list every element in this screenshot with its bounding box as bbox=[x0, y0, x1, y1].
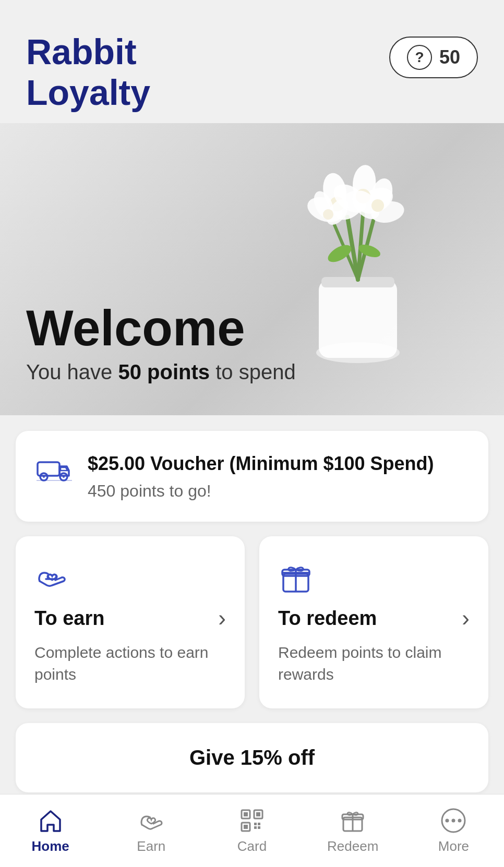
earn-chevron: › bbox=[218, 605, 226, 631]
app-logo: Rabbit Loyalty bbox=[26, 31, 150, 113]
redeem-icon bbox=[278, 559, 314, 595]
svg-point-26 bbox=[43, 476, 45, 478]
redeem-nav-icon bbox=[339, 807, 366, 834]
redeem-description: Redeem points to claim rewards bbox=[278, 642, 470, 685]
nav-label-more: More bbox=[438, 838, 469, 854]
truck-icon-wrapper bbox=[37, 455, 72, 484]
svg-rect-39 bbox=[244, 825, 248, 829]
svg-rect-40 bbox=[254, 823, 257, 825]
redeem-title: To redeem bbox=[278, 607, 377, 630]
header: Rabbit Loyalty ? 50 bbox=[0, 0, 504, 123]
nav-item-redeem[interactable]: Redeem bbox=[303, 794, 403, 867]
svg-rect-35 bbox=[244, 812, 248, 816]
nav-item-home[interactable]: Home bbox=[0, 794, 101, 867]
svg-rect-41 bbox=[258, 823, 260, 825]
earn-title: To earn bbox=[34, 607, 104, 630]
redeem-chevron: › bbox=[462, 605, 470, 631]
svg-rect-43 bbox=[258, 826, 260, 829]
earn-icon bbox=[34, 559, 70, 595]
nav-item-card[interactable]: Card bbox=[201, 794, 302, 867]
truck-icon bbox=[37, 455, 72, 482]
nav-label-redeem: Redeem bbox=[327, 838, 378, 854]
give-title: Give 15% off bbox=[34, 746, 470, 769]
voucher-info: $25.00 Voucher (Minimum $100 Spend) 450 … bbox=[88, 452, 467, 501]
more-icon bbox=[440, 807, 467, 834]
phone-container: Rabbit Loyalty ? 50 bbox=[0, 0, 504, 867]
points-count: 50 bbox=[439, 46, 460, 68]
svg-rect-42 bbox=[254, 826, 257, 829]
nav-item-earn[interactable]: Earn bbox=[101, 794, 201, 867]
redeem-title-row: To redeem › bbox=[278, 605, 470, 631]
nav-label-card: Card bbox=[237, 838, 267, 854]
svg-rect-1 bbox=[319, 280, 397, 358]
points-badge[interactable]: ? 50 bbox=[389, 37, 478, 78]
svg-point-48 bbox=[446, 819, 449, 823]
earn-description: Complete actions to earn points bbox=[34, 642, 226, 685]
nav-label-home: Home bbox=[31, 838, 69, 854]
svg-point-50 bbox=[458, 819, 462, 823]
action-cards-row: To earn › Complete actions to earn point… bbox=[16, 536, 488, 708]
svg-point-28 bbox=[63, 476, 65, 478]
hero-section: Welcome You have 50 points to spend bbox=[0, 113, 504, 415]
earn-card[interactable]: To earn › Complete actions to earn point… bbox=[16, 536, 245, 708]
svg-rect-37 bbox=[256, 812, 260, 816]
points-message: You have 50 points to spend bbox=[26, 360, 296, 384]
redeem-card[interactable]: To redeem › Redeem points to claim rewar… bbox=[259, 536, 488, 708]
voucher-subtitle: 450 points to go! bbox=[88, 481, 467, 501]
voucher-title: $25.00 Voucher (Minimum $100 Spend) bbox=[88, 452, 467, 476]
logo-text: Rabbit Loyalty bbox=[26, 31, 150, 113]
give-card[interactable]: Give 15% off bbox=[16, 723, 488, 792]
hero-content: Welcome You have 50 points to spend bbox=[26, 300, 296, 384]
bottom-nav: Home Earn bbox=[0, 794, 504, 867]
welcome-heading: Welcome bbox=[26, 300, 296, 356]
nav-label-earn: Earn bbox=[137, 838, 165, 854]
earn-title-row: To earn › bbox=[34, 605, 226, 631]
nav-item-more[interactable]: More bbox=[403, 794, 504, 867]
home-icon bbox=[37, 807, 64, 834]
help-icon: ? bbox=[407, 45, 432, 70]
card-nav-icon bbox=[238, 807, 266, 834]
earn-nav-icon bbox=[138, 807, 165, 834]
svg-point-49 bbox=[452, 819, 455, 823]
voucher-card[interactable]: $25.00 Voucher (Minimum $100 Spend) 450 … bbox=[16, 431, 488, 522]
